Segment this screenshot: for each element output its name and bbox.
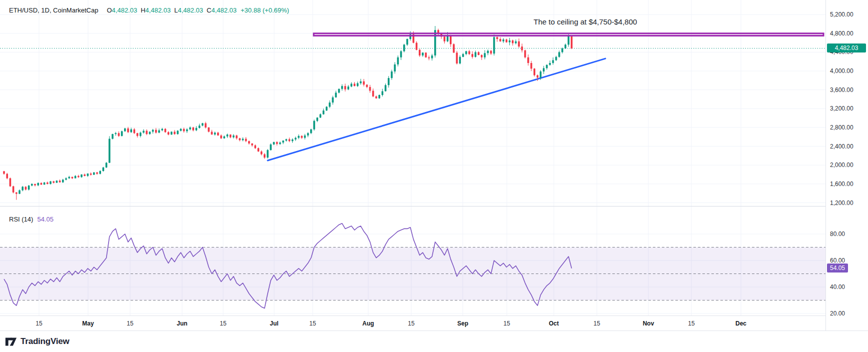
candle[interactable] (121, 131, 123, 136)
candle[interactable] (481, 55, 483, 58)
rsi-legend[interactable]: RSI (14)54.05 (9, 216, 54, 223)
candle[interactable] (468, 51, 470, 54)
candle[interactable] (10, 178, 12, 186)
candle[interactable] (62, 180, 64, 182)
candle[interactable] (273, 142, 275, 144)
trendline-drawing[interactable] (268, 58, 605, 160)
candle[interactable] (329, 102, 331, 106)
candle[interactable] (564, 44, 566, 48)
candle[interactable] (326, 107, 328, 111)
candle[interactable] (233, 136, 235, 138)
candle[interactable] (143, 131, 145, 133)
candle[interactable] (261, 152, 263, 154)
candle[interactable] (372, 91, 374, 96)
candle[interactable] (155, 130, 157, 133)
candle[interactable] (363, 82, 365, 85)
candle[interactable] (394, 64, 396, 72)
candle[interactable] (285, 139, 287, 140)
candle[interactable] (189, 128, 191, 130)
candle[interactable] (320, 114, 322, 118)
candle[interactable] (25, 187, 27, 190)
candle[interactable] (357, 83, 359, 86)
candle[interactable] (124, 128, 126, 132)
candle[interactable] (366, 84, 368, 87)
candle[interactable] (78, 176, 80, 177)
candle[interactable] (369, 87, 371, 91)
candle[interactable] (245, 139, 247, 142)
candle[interactable] (109, 139, 111, 163)
candle[interactable] (99, 171, 101, 174)
candle[interactable] (313, 121, 315, 130)
candle[interactable] (37, 183, 39, 186)
candle[interactable] (512, 40, 514, 44)
candle[interactable] (335, 92, 337, 97)
candle[interactable] (230, 134, 232, 138)
candle[interactable] (251, 144, 253, 146)
candle[interactable] (239, 138, 241, 140)
candle[interactable] (307, 133, 309, 136)
candle[interactable] (171, 132, 173, 134)
candle[interactable] (81, 174, 83, 177)
candle[interactable] (248, 141, 250, 144)
candle[interactable] (354, 84, 356, 86)
candle[interactable] (93, 172, 95, 175)
candle[interactable] (292, 140, 294, 141)
candle[interactable] (115, 133, 117, 134)
candle[interactable] (205, 123, 207, 127)
price-pane-canvas[interactable] (0, 0, 825, 206)
candle[interactable] (22, 187, 24, 190)
candle[interactable] (478, 52, 480, 55)
resistance-zone-drawing[interactable] (314, 34, 823, 36)
candle[interactable] (490, 51, 492, 54)
candle[interactable] (537, 75, 539, 78)
candle[interactable] (515, 42, 517, 44)
candle[interactable] (431, 56, 433, 58)
candle[interactable] (103, 168, 105, 171)
candle[interactable] (347, 86, 349, 90)
candle[interactable] (397, 58, 399, 64)
candle[interactable] (267, 150, 269, 158)
candle[interactable] (13, 186, 15, 192)
candle[interactable] (289, 139, 291, 141)
candle[interactable] (419, 50, 421, 56)
candle[interactable] (521, 46, 523, 50)
candle[interactable] (502, 40, 504, 42)
candle[interactable] (552, 60, 554, 63)
candle[interactable] (403, 44, 405, 51)
candle[interactable] (90, 174, 92, 174)
candle[interactable] (561, 48, 563, 52)
candle[interactable] (72, 177, 74, 178)
candle[interactable] (223, 136, 225, 138)
candle[interactable] (68, 177, 70, 178)
candle[interactable] (31, 184, 33, 186)
candle[interactable] (506, 40, 508, 42)
candle[interactable] (400, 51, 402, 57)
candle[interactable] (180, 129, 182, 131)
candle[interactable] (87, 174, 89, 176)
candle[interactable] (382, 91, 384, 95)
candle[interactable] (465, 51, 467, 54)
candle[interactable] (16, 192, 18, 194)
candle[interactable] (509, 40, 511, 42)
candle[interactable] (499, 39, 501, 42)
candle[interactable] (19, 190, 21, 194)
candle[interactable] (571, 36, 573, 48)
candle[interactable] (456, 52, 458, 64)
candle[interactable] (134, 130, 136, 134)
candle[interactable] (3, 171, 5, 174)
candle[interactable] (196, 128, 198, 130)
candle[interactable] (459, 57, 461, 64)
candle[interactable] (279, 142, 281, 144)
candle[interactable] (341, 86, 343, 89)
candle[interactable] (388, 78, 390, 85)
candle[interactable] (186, 130, 188, 132)
candle[interactable] (59, 180, 61, 182)
candle[interactable] (487, 51, 489, 54)
candle[interactable] (28, 186, 30, 190)
candle[interactable] (211, 132, 213, 134)
candle[interactable] (518, 42, 520, 46)
candle[interactable] (84, 174, 86, 176)
candle[interactable] (416, 43, 418, 50)
candle[interactable] (112, 134, 114, 138)
candle[interactable] (56, 180, 58, 182)
